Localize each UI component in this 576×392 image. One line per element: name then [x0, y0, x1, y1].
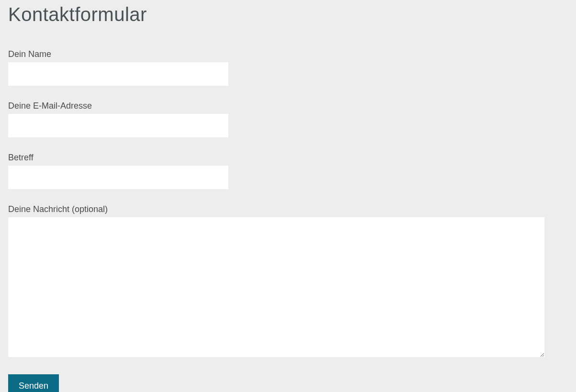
form-group-message: Deine Nachricht (optional): [8, 204, 568, 359]
name-input[interactable]: [8, 62, 228, 86]
contact-form: Dein Name Deine E-Mail-Adresse Betreff D…: [8, 49, 568, 392]
subject-label: Betreff: [8, 153, 568, 163]
message-textarea[interactable]: [8, 217, 544, 357]
email-input[interactable]: [8, 114, 228, 137]
message-label: Deine Nachricht (optional): [8, 204, 568, 214]
form-group-email: Deine E-Mail-Adresse: [8, 101, 568, 137]
page-title: Kontaktformular: [8, 4, 568, 25]
subject-input[interactable]: [8, 166, 228, 189]
form-group-name: Dein Name: [8, 49, 568, 86]
name-label: Dein Name: [8, 49, 568, 59]
submit-button[interactable]: Senden: [8, 374, 59, 392]
email-label: Deine E-Mail-Adresse: [8, 101, 568, 111]
form-group-subject: Betreff: [8, 153, 568, 189]
